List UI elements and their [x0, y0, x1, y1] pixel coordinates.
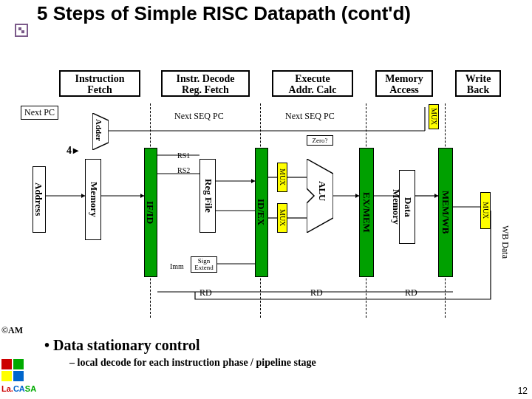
datapath-diagram: Instruction Fetch Instr. Decode Reg. Fet…: [15, 70, 517, 321]
svg-marker-24: [434, 194, 438, 198]
logo: La.CASA: [1, 359, 36, 393]
svg-marker-23: [355, 194, 359, 198]
copyright: ©AM: [1, 325, 23, 336]
bullet-main: • Data stationary control: [44, 337, 316, 354]
bullet-area: • Data stationary control – local decode…: [44, 337, 316, 369]
bullet-sub: – local decode for each instruction phas…: [69, 357, 316, 369]
svg-marker-20: [81, 194, 85, 198]
svg-marker-21: [140, 194, 144, 198]
slide-title: 5 Steps of Simple RISC Datapath (cont'd): [37, 3, 411, 25]
slide-number: 12: [518, 386, 528, 396]
svg-marker-22: [251, 179, 255, 183]
title-icon: [15, 24, 28, 37]
wiring: [15, 70, 517, 321]
